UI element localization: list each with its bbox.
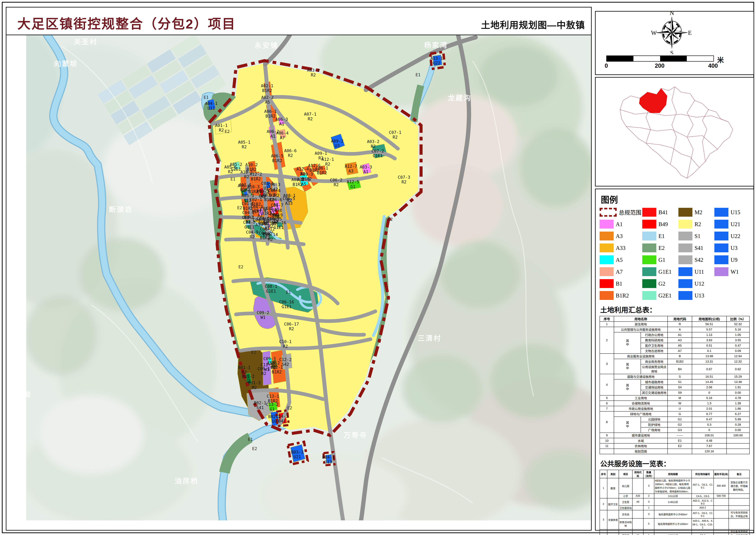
legend-item: A1 (600, 219, 641, 229)
legend-item: S41 (678, 243, 714, 253)
table-cell: 5.57 (692, 327, 726, 332)
table-cell: 规划范围 (614, 449, 668, 454)
table-cell: 0.46公顷 (654, 498, 691, 506)
table-cell: 1.91 (727, 385, 749, 390)
table-cell: 120.16 (692, 449, 726, 454)
table-cell: 4 (600, 374, 614, 395)
location-inset-map (596, 78, 754, 186)
table-cell: 3.51公顷 (654, 494, 691, 498)
table-cell: 商业商务用地 (641, 359, 668, 364)
landuse-code-label: E2 (225, 129, 230, 134)
table-cell: 6 (600, 401, 614, 406)
table-cell: 0 (692, 390, 726, 395)
legend-item: A33 (600, 243, 641, 253)
legend-label: U13 (694, 292, 704, 299)
legend-label: R2 (694, 221, 701, 228)
table-cell (600, 449, 614, 454)
color-swatch (678, 255, 692, 264)
table-cell: 文娱体育 (607, 510, 619, 529)
table-cell: 16.51 (692, 374, 726, 379)
compass-n: N (670, 12, 674, 16)
table-cell: 道路与交通设施用地 (614, 374, 668, 379)
table-cell: 2 (600, 498, 607, 510)
table-cell: 每处用地面积不小于1400m² (654, 519, 691, 529)
color-swatch (600, 220, 614, 229)
table-cell (729, 519, 749, 529)
table-header: 用地代码 (668, 316, 692, 322)
table-cell: 1.86 (727, 406, 749, 411)
table-cell: 体育活动场地 (619, 519, 632, 529)
table-cell: 0.3 (692, 422, 726, 427)
table-cell: 3 (600, 353, 614, 374)
drawing-title: 土地利用规划图—中敖镇 (481, 18, 585, 31)
landuse-code-label: E1 (416, 72, 421, 77)
landuse-code-label: E2 (252, 446, 257, 451)
scale-tick-0: 0 (604, 63, 608, 69)
project-title: 大足区镇街控规整合（分包2）项目 (17, 13, 236, 32)
table-cell: 0.09 (727, 348, 749, 353)
color-swatch (600, 291, 614, 300)
table-row: 规划范围120.16 (600, 449, 749, 454)
scale-segment (660, 56, 687, 61)
table-cell: E1 (668, 438, 692, 443)
table-cell (632, 519, 643, 529)
table-cell: 100.00 (727, 433, 749, 438)
table-cell: 1 (643, 506, 654, 510)
place-name-label: 龙藏沟 (448, 94, 471, 102)
color-swatch (642, 208, 656, 217)
planning-map: 关圣村向蒙坝断颈岩堰子坳油房桥万寿寺三清村杨家湾龙藏沟永安铺 A01-1R2A0… (6, 35, 591, 530)
public-facilities-table: 序号类别项目用地代码数量（处所）用地规模所在地块编号服务半径(米)备注1教育幼儿… (600, 470, 750, 535)
place-name-label: 永安铺 (255, 42, 278, 49)
color-swatch (600, 243, 614, 252)
table-cell: B4 (668, 364, 692, 374)
table-cell: A1 (632, 529, 643, 535)
table-cell: 6.47 (692, 417, 726, 422)
table-header: 备注 (729, 470, 749, 478)
table-cell (632, 478, 643, 494)
compass-s: S (670, 49, 674, 54)
legend-label: A3 (616, 233, 623, 239)
table-cell: 5.16 (727, 327, 749, 332)
table-cell: 城市道路用地 (641, 379, 668, 385)
legend-label: U9 (731, 257, 738, 263)
table-row: 6仓储物流用地W1.51.39 (600, 401, 749, 406)
legend-item: G1 (642, 255, 678, 265)
legend-label: B49 (658, 221, 668, 228)
landuse-table-heading: 土地利用汇总表： (600, 304, 750, 314)
zone-label-C07-2: C07-2G1E1 (372, 149, 384, 158)
plan-sheet: 大足区镇街控规整合（分包2）项目 土地利用规划图—中敖镇 (0, 0, 756, 535)
zone-label-A06-1: A06-1B1R2 (264, 109, 277, 119)
table-header: 类别 (607, 470, 619, 478)
legend-item: B1 (600, 279, 641, 289)
table-cell: E2 (668, 443, 692, 449)
zone-label-C13-1: C13-1B1R2 (266, 394, 279, 403)
landuse-code-label: E2 (251, 350, 256, 354)
zone-label-C12-1: C12-1B1R2 (270, 365, 283, 374)
legend-item: U13 (678, 291, 714, 300)
table-header: 用地代码 (632, 470, 643, 478)
table-cell: 可与有关项目组合，不单独占地 (729, 510, 749, 519)
table-row: 4道路与交通设施用地S16.5115.29 (600, 374, 749, 379)
table-cell: 每处建筑面积不小于800m² (654, 510, 691, 519)
table-cell: 公共管理与公共服务设施用地 (614, 327, 668, 332)
compass-e: E (688, 29, 692, 36)
legend-item: U22 (714, 231, 750, 241)
table-row: 其中城市道路用地S114.4513.38 (600, 379, 749, 385)
table-cell: A03-2 (692, 506, 714, 510)
legend-item: G2 (642, 279, 678, 289)
legend-label: S42 (694, 257, 703, 263)
table-cell: 宜独立设置于交通方便，环境幽静的地段。 (729, 478, 749, 494)
table-cell: A (668, 327, 692, 332)
table-cell: 300-400 (714, 478, 729, 494)
place-name-label: 万寿寺 (344, 431, 367, 439)
scale-tick-400: 400 (708, 63, 718, 69)
table-cell: 镇政府 (619, 529, 632, 535)
legend-item: U9 (714, 255, 750, 265)
zone-label-A12-2: A12-2B1R2 (250, 172, 262, 181)
landuse-code-label: E1 (231, 177, 236, 182)
table-cell: 其它交通设施用地 (641, 390, 668, 395)
scale-bar: 米 0 200 400 (606, 55, 743, 69)
table-header: 数量（处所） (643, 470, 654, 478)
color-swatch (678, 220, 692, 229)
table-cell: 幼儿园 (619, 478, 632, 494)
